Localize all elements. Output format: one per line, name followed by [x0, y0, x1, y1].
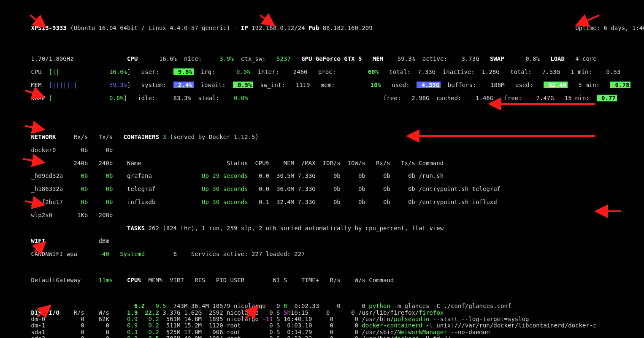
wifi-header: WIFI dBm: [3, 238, 644, 244]
net-header: NETWORK Rx/s Tx/s CONTAINERS 3 (served b…: [3, 134, 644, 140]
quick-row-mem: MEM [||||||| 59.3%] system: 2.4% iowait:…: [3, 82, 644, 88]
task-row: sda1 0 0 0.3 0.2 525M 17.0M 906 root 0 S…: [3, 329, 644, 335]
quick-row-freq: 1.70/1.80GHz CPU 16.6% nice: 3.9% ctx_sw…: [3, 56, 644, 62]
header-line: XPS13-9333 (Ubuntu 16.04 64bit / Linux 4…: [3, 25, 644, 36]
quick-row-cpu: CPU [|| 16.6%] user: 9.8% irq: 0.0% inte…: [3, 69, 644, 75]
task-row: dm-1 0 0 0.9 0.2 511M 15.2M 1120 root 0 …: [3, 322, 644, 329]
task-row: sda2 0 0 0.3 0.5 786M 40.9M 1094 root 0 …: [3, 335, 644, 338]
task-row: 6.2 0.5 743M 36.4M 18579 nicolargo 0 R 0…: [3, 303, 644, 309]
task-row: DISK I/O R/s W/s 1.9 22.2 3.37G 1.62G 25…: [3, 310, 644, 316]
task-row: dm-0 0 62K 0.9 0.2 561M 14.8M 1895 nicol…: [3, 316, 644, 322]
quick-row-swap: SWAP [ 0.8%] idle: 83.3% steal: 0.0% fre…: [3, 95, 644, 101]
